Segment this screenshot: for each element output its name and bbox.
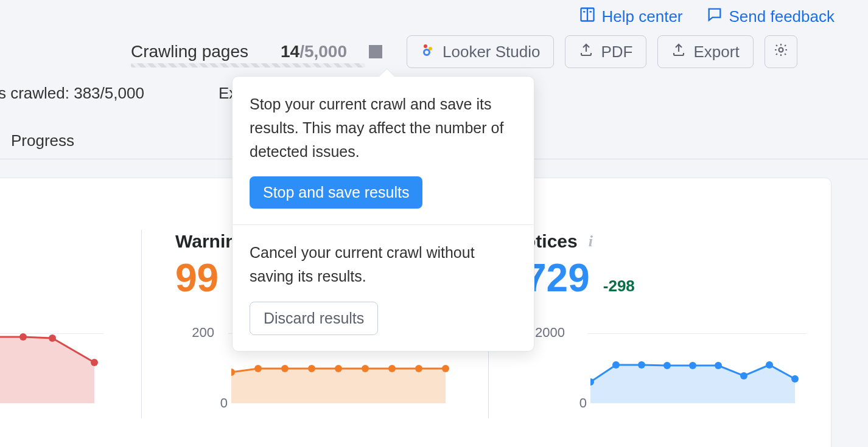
crawl-progress-count: 14/5,000 <box>281 42 347 61</box>
warnings-ytick-bot: 0 <box>191 395 228 411</box>
svg-point-16 <box>335 365 342 372</box>
svg-point-11 <box>91 359 98 366</box>
notices-value: 729 <box>525 255 590 300</box>
info-icon[interactable]: i <box>589 232 593 251</box>
tab-progress-label: Progress <box>11 131 74 150</box>
tab-progress[interactable]: Progress <box>11 131 74 150</box>
help-center-label: Help center <box>602 7 683 26</box>
help-center-link[interactable]: Help center <box>579 6 683 27</box>
stop-crawl-button[interactable] <box>369 45 382 58</box>
svg-point-19 <box>415 365 422 372</box>
notices-ytick-bot: 0 <box>550 395 587 411</box>
gear-icon <box>773 42 789 62</box>
stop-save-description: Stop your current crawl and save its res… <box>250 92 517 163</box>
crawl-progress-bar <box>131 63 365 68</box>
svg-point-13 <box>254 365 262 372</box>
errors-chart <box>0 321 103 418</box>
svg-point-27 <box>740 372 747 379</box>
crawling-label: Crawling pages <box>131 42 248 61</box>
svg-point-9 <box>19 333 27 341</box>
svg-point-6 <box>424 49 430 55</box>
errors-chart-svg <box>0 321 103 418</box>
crawl-total: /5,000 <box>299 42 347 61</box>
warnings-ytick-top: 200 <box>178 325 214 341</box>
notices-title: otices i <box>525 231 868 252</box>
stop-crawl-popover: Stop your current crawl and save its res… <box>232 76 534 352</box>
svg-point-29 <box>791 375 799 383</box>
pdf-button[interactable]: PDF <box>565 35 646 68</box>
notices-delta: -298 <box>603 277 635 296</box>
send-feedback-link[interactable]: Send feedback <box>706 6 835 27</box>
svg-point-23 <box>638 361 645 369</box>
svg-point-25 <box>689 362 696 369</box>
svg-point-15 <box>308 365 315 372</box>
discard-results-button[interactable]: Discard results <box>250 302 378 335</box>
svg-point-26 <box>715 362 722 369</box>
chat-icon <box>706 6 723 27</box>
export-button[interactable]: Export <box>657 35 753 68</box>
svg-point-14 <box>281 365 289 372</box>
notices-chart: 2000 0 <box>530 321 810 418</box>
svg-point-17 <box>362 365 369 372</box>
pages-crawled-text: ges crawled: 383/5,000 <box>0 84 144 103</box>
export-label: Export <box>693 43 739 61</box>
looker-studio-label: Looker Studio <box>443 43 540 61</box>
crawl-current: 14 <box>281 42 299 61</box>
col-divider <box>141 230 142 418</box>
looker-studio-icon <box>421 43 435 61</box>
send-feedback-label: Send feedback <box>729 7 835 26</box>
stop-save-results-button[interactable]: Stop and save results <box>250 176 422 209</box>
upload-icon <box>579 43 593 61</box>
svg-point-28 <box>766 361 773 369</box>
svg-point-20 <box>442 365 449 372</box>
pdf-label: PDF <box>601 43 632 61</box>
notices-chart-svg <box>590 321 810 418</box>
notices-row: 729 -298 <box>525 255 868 300</box>
svg-point-22 <box>612 361 620 369</box>
svg-point-7 <box>779 47 783 52</box>
discard-description: Cancel your current crawl without saving… <box>250 241 517 288</box>
svg-point-18 <box>388 365 396 372</box>
book-icon <box>579 6 596 27</box>
looker-studio-button[interactable]: Looker Studio <box>407 35 554 68</box>
upload-icon <box>671 43 686 61</box>
svg-point-24 <box>663 362 671 369</box>
svg-point-10 <box>49 334 56 342</box>
settings-button[interactable] <box>765 35 797 68</box>
svg-point-4 <box>424 44 427 48</box>
